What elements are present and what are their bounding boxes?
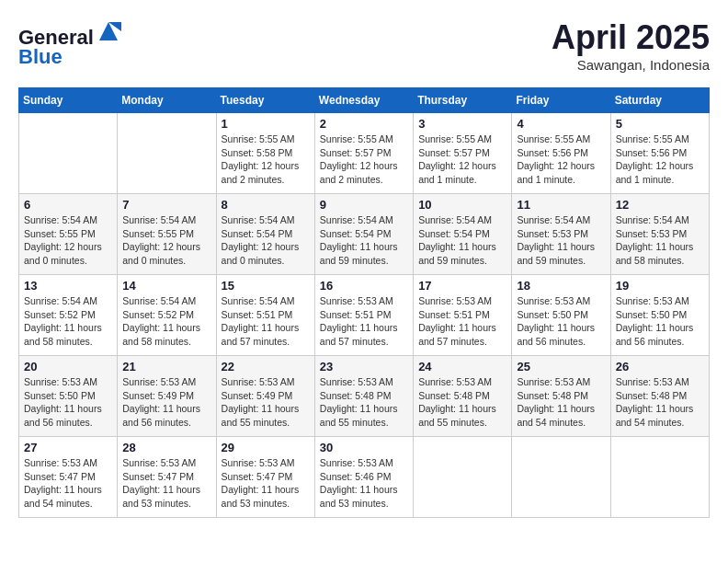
day-info: Sunrise: 5:54 AM Sunset: 5:51 PM Dayligh… — [222, 294, 310, 349]
calendar-week-2: 6Sunrise: 5:54 AM Sunset: 5:55 PM Daylig… — [19, 194, 710, 275]
calendar-cell: 18Sunrise: 5:53 AM Sunset: 5:50 PM Dayli… — [512, 275, 610, 356]
weekday-friday: Friday — [512, 88, 610, 113]
calendar-cell: 26Sunrise: 5:53 AM Sunset: 5:48 PM Dayli… — [610, 356, 709, 437]
calendar-cell: 30Sunrise: 5:53 AM Sunset: 5:46 PM Dayli… — [314, 437, 413, 518]
calendar-cell: 19Sunrise: 5:53 AM Sunset: 5:50 PM Dayli… — [610, 275, 709, 356]
calendar-cell: 22Sunrise: 5:53 AM Sunset: 5:49 PM Dayli… — [216, 356, 314, 437]
day-info: Sunrise: 5:53 AM Sunset: 5:48 PM Dayligh… — [517, 375, 605, 430]
calendar-cell: 3Sunrise: 5:55 AM Sunset: 5:57 PM Daylig… — [414, 113, 512, 194]
day-number: 27 — [24, 441, 112, 454]
calendar-cell: 12Sunrise: 5:54 AM Sunset: 5:53 PM Dayli… — [610, 194, 709, 275]
day-number: 28 — [122, 441, 210, 454]
day-info: Sunrise: 5:55 AM Sunset: 5:56 PM Dayligh… — [517, 132, 605, 187]
calendar-cell: 16Sunrise: 5:53 AM Sunset: 5:51 PM Dayli… — [314, 275, 413, 356]
day-info: Sunrise: 5:53 AM Sunset: 5:50 PM Dayligh… — [24, 375, 112, 430]
day-number: 18 — [517, 279, 605, 293]
calendar-cell: 15Sunrise: 5:54 AM Sunset: 5:51 PM Dayli… — [216, 275, 314, 356]
calendar-cell: 24Sunrise: 5:53 AM Sunset: 5:48 PM Dayli… — [414, 356, 512, 437]
day-number: 1 — [222, 117, 310, 131]
calendar-week-4: 20Sunrise: 5:53 AM Sunset: 5:50 PM Dayli… — [19, 356, 710, 437]
day-number: 22 — [222, 360, 310, 373]
calendar-cell: 5Sunrise: 5:55 AM Sunset: 5:56 PM Daylig… — [610, 113, 709, 194]
calendar-cell: 23Sunrise: 5:53 AM Sunset: 5:48 PM Dayli… — [314, 356, 413, 437]
calendar-body: 1Sunrise: 5:55 AM Sunset: 5:58 PM Daylig… — [19, 113, 710, 518]
day-number: 6 — [24, 198, 112, 212]
day-number: 12 — [616, 198, 704, 212]
day-info: Sunrise: 5:53 AM Sunset: 5:50 PM Dayligh… — [616, 294, 704, 349]
day-number: 5 — [616, 117, 704, 131]
calendar-cell: 10Sunrise: 5:54 AM Sunset: 5:54 PM Dayli… — [414, 194, 512, 275]
day-number: 3 — [418, 117, 506, 131]
calendar-cell: 6Sunrise: 5:54 AM Sunset: 5:55 PM Daylig… — [19, 194, 118, 275]
weekday-monday: Monday — [118, 88, 216, 113]
calendar-week-3: 13Sunrise: 5:54 AM Sunset: 5:52 PM Dayli… — [19, 275, 710, 356]
title-block: April 2025 Sawangan, Indonesia — [552, 18, 710, 73]
calendar-cell: 14Sunrise: 5:54 AM Sunset: 5:52 PM Dayli… — [118, 275, 216, 356]
calendar-cell: 8Sunrise: 5:54 AM Sunset: 5:54 PM Daylig… — [216, 194, 314, 275]
page-header: General Blue April 2025 Sawangan, Indone… — [18, 18, 710, 73]
calendar-cell: 9Sunrise: 5:54 AM Sunset: 5:54 PM Daylig… — [314, 194, 413, 275]
day-number: 29 — [222, 441, 310, 454]
day-number: 20 — [24, 360, 112, 373]
day-number: 4 — [517, 117, 605, 131]
day-number: 24 — [418, 360, 506, 373]
calendar-cell: 25Sunrise: 5:53 AM Sunset: 5:48 PM Dayli… — [512, 356, 610, 437]
calendar-cell: 11Sunrise: 5:54 AM Sunset: 5:53 PM Dayli… — [512, 194, 610, 275]
day-info: Sunrise: 5:55 AM Sunset: 5:57 PM Dayligh… — [320, 132, 408, 187]
location: Sawangan, Indonesia — [552, 57, 710, 73]
day-info: Sunrise: 5:53 AM Sunset: 5:49 PM Dayligh… — [222, 375, 310, 430]
day-info: Sunrise: 5:53 AM Sunset: 5:47 PM Dayligh… — [24, 456, 112, 511]
day-number: 7 — [122, 198, 210, 212]
day-info: Sunrise: 5:55 AM Sunset: 5:57 PM Dayligh… — [418, 132, 506, 187]
day-number: 13 — [24, 279, 112, 293]
day-number: 8 — [222, 198, 310, 212]
day-info: Sunrise: 5:55 AM Sunset: 5:56 PM Dayligh… — [616, 132, 704, 187]
day-info: Sunrise: 5:53 AM Sunset: 5:47 PM Dayligh… — [122, 456, 210, 511]
calendar-cell — [512, 437, 610, 518]
day-info: Sunrise: 5:54 AM Sunset: 5:52 PM Dayligh… — [122, 294, 210, 349]
calendar-week-5: 27Sunrise: 5:53 AM Sunset: 5:47 PM Dayli… — [19, 437, 710, 518]
day-number: 17 — [418, 279, 506, 293]
calendar-cell: 28Sunrise: 5:53 AM Sunset: 5:47 PM Dayli… — [118, 437, 216, 518]
weekday-thursday: Thursday — [414, 88, 512, 113]
day-info: Sunrise: 5:54 AM Sunset: 5:54 PM Dayligh… — [222, 213, 310, 268]
calendar-cell: 21Sunrise: 5:53 AM Sunset: 5:49 PM Dayli… — [118, 356, 216, 437]
day-number: 21 — [122, 360, 210, 373]
day-info: Sunrise: 5:54 AM Sunset: 5:55 PM Dayligh… — [24, 213, 112, 268]
day-info: Sunrise: 5:53 AM Sunset: 5:51 PM Dayligh… — [418, 294, 506, 349]
weekday-sunday: Sunday — [19, 88, 118, 113]
day-info: Sunrise: 5:54 AM Sunset: 5:54 PM Dayligh… — [320, 213, 408, 268]
calendar-table: SundayMondayTuesdayWednesdayThursdayFrid… — [18, 87, 710, 518]
calendar-cell — [414, 437, 512, 518]
calendar-cell — [118, 113, 216, 194]
day-number: 11 — [517, 198, 605, 212]
day-info: Sunrise: 5:55 AM Sunset: 5:58 PM Dayligh… — [222, 132, 310, 187]
day-info: Sunrise: 5:53 AM Sunset: 5:46 PM Dayligh… — [320, 456, 408, 511]
calendar-cell — [19, 113, 118, 194]
logo-icon — [96, 18, 121, 44]
day-info: Sunrise: 5:54 AM Sunset: 5:53 PM Dayligh… — [616, 213, 704, 268]
calendar-cell: 13Sunrise: 5:54 AM Sunset: 5:52 PM Dayli… — [19, 275, 118, 356]
calendar-cell: 29Sunrise: 5:53 AM Sunset: 5:47 PM Dayli… — [216, 437, 314, 518]
weekday-header-row: SundayMondayTuesdayWednesdayThursdayFrid… — [19, 88, 710, 113]
calendar-cell: 4Sunrise: 5:55 AM Sunset: 5:56 PM Daylig… — [512, 113, 610, 194]
day-number: 16 — [320, 279, 408, 293]
day-info: Sunrise: 5:53 AM Sunset: 5:48 PM Dayligh… — [616, 375, 704, 430]
calendar-header: SundayMondayTuesdayWednesdayThursdayFrid… — [19, 88, 710, 113]
calendar-cell: 27Sunrise: 5:53 AM Sunset: 5:47 PM Dayli… — [19, 437, 118, 518]
day-info: Sunrise: 5:53 AM Sunset: 5:48 PM Dayligh… — [320, 375, 408, 430]
calendar-cell: 2Sunrise: 5:55 AM Sunset: 5:57 PM Daylig… — [314, 113, 413, 194]
day-number: 14 — [122, 279, 210, 293]
day-info: Sunrise: 5:54 AM Sunset: 5:53 PM Dayligh… — [517, 213, 605, 268]
day-number: 25 — [517, 360, 605, 373]
calendar-cell: 20Sunrise: 5:53 AM Sunset: 5:50 PM Dayli… — [19, 356, 118, 437]
logo: General Blue — [18, 18, 121, 69]
calendar-cell: 1Sunrise: 5:55 AM Sunset: 5:58 PM Daylig… — [216, 113, 314, 194]
day-info: Sunrise: 5:53 AM Sunset: 5:51 PM Dayligh… — [320, 294, 408, 349]
day-number: 15 — [222, 279, 310, 293]
weekday-wednesday: Wednesday — [314, 88, 413, 113]
month-title: April 2025 — [552, 18, 710, 57]
day-info: Sunrise: 5:54 AM Sunset: 5:52 PM Dayligh… — [24, 294, 112, 349]
day-info: Sunrise: 5:53 AM Sunset: 5:50 PM Dayligh… — [517, 294, 605, 349]
day-info: Sunrise: 5:53 AM Sunset: 5:47 PM Dayligh… — [222, 456, 310, 511]
